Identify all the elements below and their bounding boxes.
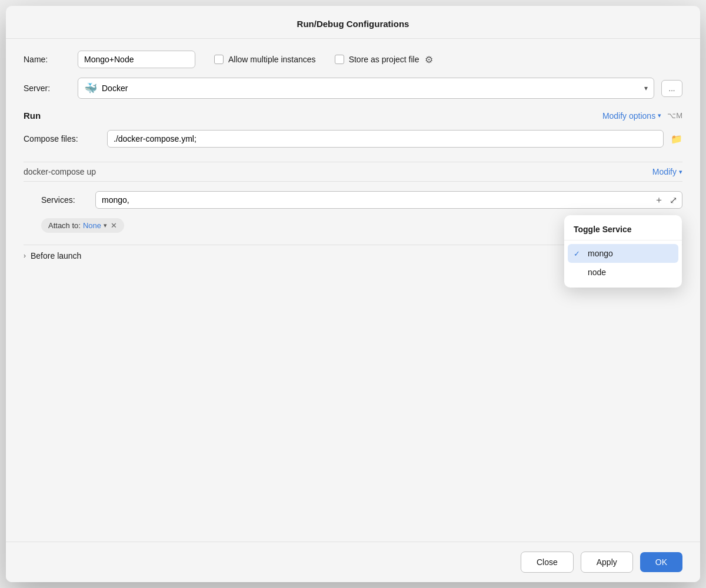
attach-value[interactable]: None <box>83 221 101 230</box>
modify-options-label: Modify options <box>602 111 655 121</box>
server-ellipsis-button[interactable]: ... <box>661 80 682 97</box>
run-debug-dialog: Run/Debug Configurations Name: Allow mul… <box>6 6 700 582</box>
services-label: Services: <box>41 195 88 205</box>
chevron-down-icon-2: ▾ <box>658 112 661 119</box>
docker-compose-up-subsection: docker-compose up Modify ▾ Services: ＋ ⤢ <box>24 162 682 233</box>
dialog-body: Name: Allow multiple instances Store as … <box>6 39 700 542</box>
toggle-service-popup: Toggle Service ✓ mongo node <box>564 215 682 288</box>
modify-options-button[interactable]: Modify options ▾ <box>602 111 661 121</box>
attach-close-icon[interactable]: ✕ <box>111 221 117 230</box>
docker-compose-up-title: docker-compose up <box>24 167 96 176</box>
chevron-down-icon: ▾ <box>644 84 648 92</box>
allow-multiple-label: Allow multiple instances <box>228 55 316 64</box>
attach-to-label: Attach to: <box>48 221 81 230</box>
name-input[interactable] <box>78 51 195 68</box>
store-project-group: Store as project file ⚙ <box>335 53 435 66</box>
modify-options-area: Modify options ▾ ⌥M <box>602 111 682 121</box>
store-project-checkbox[interactable] <box>335 55 344 64</box>
allow-multiple-group: Allow multiple instances <box>214 55 316 64</box>
subsection-header: docker-compose up Modify ▾ <box>24 162 682 182</box>
attach-badge: Attach to: None ▾ ✕ <box>41 218 124 233</box>
services-row: Services: ＋ ⤢ Toggle Service ✓ mongo <box>24 191 682 209</box>
run-section-title: Run <box>24 111 41 121</box>
services-buttons: ＋ ⤢ <box>652 193 682 208</box>
dialog-footer: Close Apply OK <box>6 542 700 582</box>
modify-label: Modify <box>652 167 677 176</box>
toggle-service-title: Toggle Service <box>564 221 682 240</box>
services-input[interactable] <box>96 192 652 208</box>
name-row: Name: Allow multiple instances Store as … <box>24 51 682 68</box>
apply-button[interactable]: Apply <box>581 552 633 573</box>
run-section-header: Run Modify options ▾ ⌥M <box>24 111 682 121</box>
toggle-item-node[interactable]: node <box>564 263 682 282</box>
store-project-label: Store as project file <box>349 55 419 64</box>
toggle-item-mongo-label: mongo <box>588 249 613 258</box>
ok-button[interactable]: OK <box>640 552 682 572</box>
dialog-title: Run/Debug Configurations <box>6 6 700 39</box>
server-value: Docker <box>102 83 128 93</box>
allow-multiple-checkbox[interactable] <box>214 55 224 64</box>
server-select-left: 🐳 Docker <box>84 82 128 95</box>
modify-button[interactable]: Modify ▾ <box>652 167 682 176</box>
attach-chevron-icon[interactable]: ▾ <box>104 222 107 229</box>
add-service-button[interactable]: ＋ <box>652 193 666 208</box>
compose-files-input[interactable] <box>107 130 664 148</box>
before-launch-label: Before launch <box>31 251 81 260</box>
before-launch-arrow-icon: › <box>24 252 26 260</box>
shortcut-hint: ⌥M <box>667 111 682 120</box>
server-select[interactable]: 🐳 Docker ▾ <box>78 78 654 99</box>
services-input-wrap: ＋ ⤢ Toggle Service ✓ mongo node <box>95 191 682 209</box>
close-button[interactable]: Close <box>521 552 574 573</box>
name-label: Name: <box>24 55 71 64</box>
server-row: Server: 🐳 Docker ▾ ... <box>24 78 682 99</box>
compose-files-row: Compose files: 📁 <box>24 130 682 148</box>
check-icon: ✓ <box>574 249 583 258</box>
server-label: Server: <box>24 83 71 93</box>
chevron-down-icon-3: ▾ <box>679 168 682 176</box>
folder-button[interactable]: 📁 <box>671 133 682 145</box>
compose-files-label: Compose files: <box>24 134 100 143</box>
toggle-item-node-label: node <box>588 268 606 277</box>
gear-button[interactable]: ⚙ <box>424 53 434 66</box>
expand-service-button[interactable]: ⤢ <box>667 193 680 207</box>
docker-icon: 🐳 <box>84 82 97 95</box>
toggle-item-mongo[interactable]: ✓ mongo <box>568 244 678 263</box>
